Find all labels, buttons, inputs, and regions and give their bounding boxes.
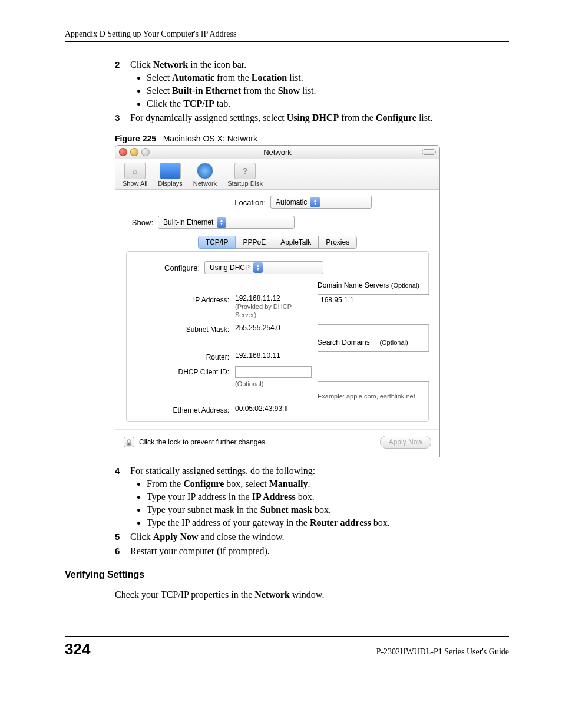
lock-text: Click the lock to prevent further change… (139, 438, 267, 446)
verify-line: Check your TCP/IP properties in the Netw… (115, 589, 509, 600)
configure-label: Configure: (135, 263, 200, 272)
step-6: 6 Restart your computer (if prompted). (115, 546, 509, 556)
lock-icon[interactable] (124, 437, 134, 447)
tab-tcpip[interactable]: TCP/IP (198, 236, 236, 249)
chevron-updown-icon (310, 197, 320, 207)
displays-icon (160, 163, 181, 179)
search-domains-input[interactable] (318, 351, 429, 382)
step-4-text: For statically assigned settings, do the… (130, 466, 315, 476)
bullet: Type the IP address of your gateway in t… (147, 518, 509, 528)
steps-list-bottom: 4 For statically assigned settings, do t… (115, 466, 509, 556)
toolbar: Show All Displays Network Startup Disk (115, 159, 439, 190)
apply-now-button[interactable]: Apply Now (380, 436, 431, 449)
location-label: Location: (183, 198, 266, 207)
tab-pppoe[interactable]: PPPoE (235, 236, 273, 249)
chevron-updown-icon (253, 262, 263, 273)
eth-label: Ethernet Address: (135, 404, 229, 414)
step-4-num: 4 (115, 466, 120, 476)
tcpip-pane: Configure: Using DHCP Domain Name Server… (126, 251, 429, 422)
router-label: Router: (135, 351, 229, 361)
step-5-num: 5 (115, 532, 120, 542)
step-4-bullets: From the Configure box, select Manually.… (147, 479, 509, 528)
bullet: Select Built-in Ethernet from the Show l… (147, 85, 509, 96)
window-titlebar: Network (115, 146, 439, 159)
ip-value: 192.168.11.12 (Provided by DHCP Server) (235, 294, 312, 319)
bullet: Type your subnet mask in the Subnet mask… (147, 505, 509, 515)
subnet-value: 255.255.254.0 (235, 324, 312, 332)
section-heading: Verifying Settings (65, 569, 509, 580)
search-label: Search Domains (Optional) (318, 338, 429, 347)
chevron-updown-icon (217, 217, 226, 228)
showall-icon (124, 163, 146, 179)
bullet: From the Configure box, select Manually. (147, 479, 509, 489)
tab-appletalk[interactable]: AppleTalk (273, 236, 319, 249)
toolbar-network[interactable]: Network (193, 163, 217, 187)
figure-caption: Figure 225 Macintosh OS X: Network (115, 134, 509, 143)
dns-label: Domain Name Servers (Optional) (318, 281, 429, 289)
bullet: Click the TCP/IP tab. (147, 98, 509, 109)
bullet: Type your IP address in the IP Address b… (147, 492, 509, 502)
page-header: Appendix D Setting up Your Computer's IP… (65, 29, 509, 42)
step-5: 5 Click Apply Now and close the window. (115, 532, 509, 542)
subnet-label: Subnet Mask: (135, 324, 229, 334)
step-3-text: For dynamically assigned settings, selec… (130, 113, 432, 123)
step-6-num: 6 (115, 546, 120, 556)
page-number: 324 (65, 640, 90, 658)
toolbar-showall[interactable]: Show All (123, 163, 147, 187)
steps-list-top: 2 Click Network in the icon bar. Select … (115, 60, 509, 123)
guide-title: P-2302HWUDL-P1 Series User's Guide (376, 640, 509, 657)
configure-popup[interactable]: Using DHCP (204, 261, 323, 274)
tab-proxies[interactable]: Proxies (318, 236, 357, 249)
dns-input[interactable]: 168.95.1.1 (318, 294, 429, 325)
ip-label: IP Address: (135, 294, 229, 304)
toolbar-displays[interactable]: Displays (158, 163, 183, 187)
example-text: Example: apple.com, earthlink.net (318, 393, 429, 400)
window-title: Network (115, 148, 439, 157)
step-2-num: 2 (115, 60, 120, 70)
tabs: TCP/IP PPPoE AppleTalk Proxies (124, 236, 431, 249)
osx-network-window: Network Show All Displays Network Startu… (115, 145, 440, 457)
step-2-bullets: Select Automatic from the Location list.… (147, 73, 509, 109)
eth-value: 00:05:02:43:93:ff (235, 404, 312, 413)
step-3-num: 3 (115, 113, 120, 123)
dhcp-client-input[interactable] (235, 366, 312, 378)
dhcp-hint: (Optional) (235, 380, 263, 387)
toolbar-startup[interactable]: Startup Disk (227, 163, 263, 187)
page-footer: 324 P-2302HWUDL-P1 Series User's Guide (65, 636, 509, 658)
bullet: Select Automatic from the Location list. (147, 73, 509, 83)
dhcp-label: DHCP Client ID: (135, 366, 229, 376)
network-icon (197, 163, 213, 179)
step-4: 4 For statically assigned settings, do t… (115, 466, 509, 528)
bottom-bar: Click the lock to prevent further change… (115, 429, 439, 457)
step-2: 2 Click Network in the icon bar. Select … (115, 60, 509, 109)
step-2-text: Click Network in the icon bar. (130, 60, 246, 70)
location-popup[interactable]: Automatic (270, 196, 372, 209)
router-value: 192.168.10.11 (235, 351, 312, 360)
startup-icon (234, 163, 256, 179)
show-popup[interactable]: Built-in Ethernet (158, 216, 295, 229)
show-label: Show: (124, 218, 153, 227)
step-3: 3 For dynamically assigned settings, sel… (115, 113, 509, 123)
